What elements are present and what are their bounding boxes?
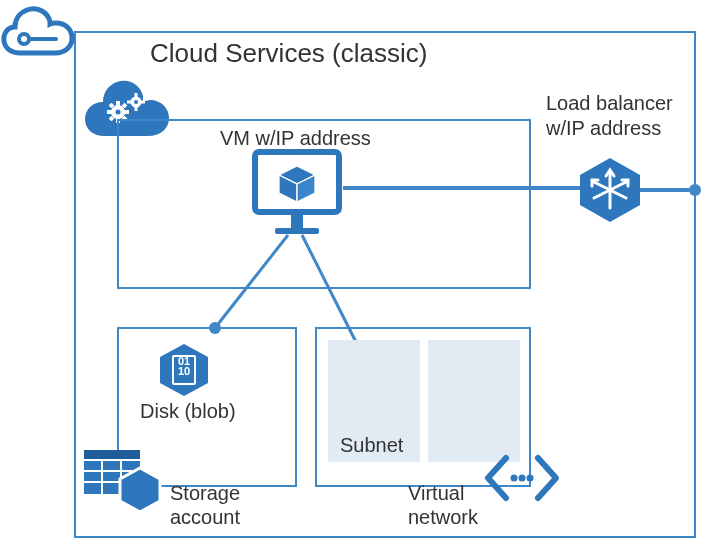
svg-rect-14 [127, 101, 131, 104]
vm-icon [255, 152, 339, 234]
svg-rect-5 [124, 110, 129, 114]
svg-text:01: 01 [178, 355, 190, 367]
subnet-box-2 [428, 340, 520, 462]
disk-label: Disk (blob) [140, 400, 236, 422]
svg-rect-15 [141, 101, 145, 104]
subnet-label: Subnet [340, 434, 404, 456]
vnet-icon [488, 458, 556, 498]
diagram-title: Cloud Services (classic) [150, 38, 427, 68]
svg-point-1 [116, 110, 121, 115]
disk-icon: 10 01 [160, 344, 208, 396]
svg-rect-13 [135, 107, 138, 111]
storage-label-1: Storage [170, 482, 240, 504]
storage-hexagon-icon [120, 468, 160, 512]
svg-rect-32 [84, 450, 140, 460]
svg-marker-38 [120, 468, 160, 512]
vnet-label-2: network [408, 506, 479, 528]
load-balancer-label-1: Load balancer [546, 92, 673, 114]
svg-rect-17 [291, 214, 303, 228]
cloud-services-icon [85, 81, 169, 136]
lb-endpoint-dot [689, 184, 701, 196]
vm-label: VM w/IP address [220, 127, 371, 149]
load-balancer-icon [580, 158, 640, 222]
storage-label-2: account [170, 506, 240, 528]
svg-point-39 [511, 475, 518, 482]
svg-point-11 [134, 100, 138, 104]
vm-to-subnet-connector [302, 235, 358, 346]
azure-cloud-icon [4, 9, 72, 53]
vnet-label-1: Virtual [408, 482, 464, 504]
svg-rect-2 [116, 101, 120, 106]
vm-to-disk-connector [215, 235, 288, 328]
svg-rect-4 [107, 110, 112, 114]
svg-rect-12 [135, 93, 138, 97]
svg-rect-18 [275, 228, 319, 234]
svg-point-40 [519, 475, 526, 482]
load-balancer-label-2: w/IP address [545, 117, 661, 139]
svg-point-41 [527, 475, 534, 482]
